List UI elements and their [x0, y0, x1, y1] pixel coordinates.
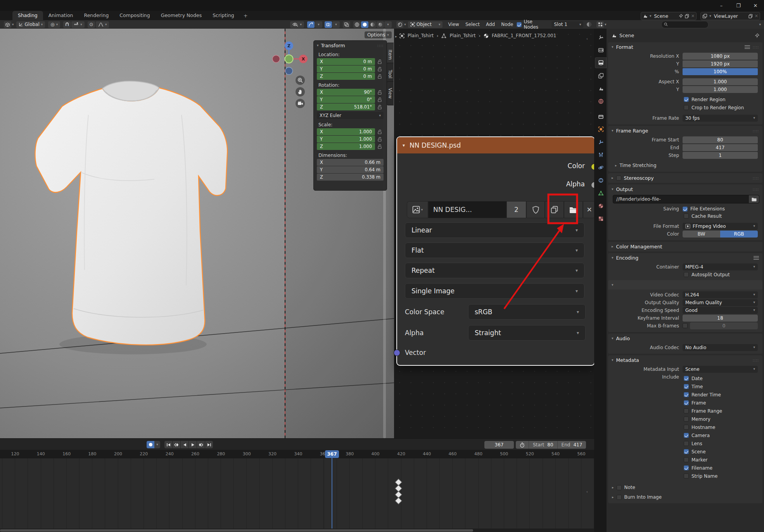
tab-texture[interactable] [595, 213, 607, 224]
metadata-checkbox[interactable] [684, 457, 689, 462]
use-preview-range-button[interactable] [516, 442, 529, 448]
crop-region-checkbox[interactable] [684, 105, 689, 110]
extension-dropdown[interactable]: Repeat ▾ [405, 263, 584, 278]
tab-output[interactable] [595, 57, 607, 68]
video-subpanel-header[interactable]: ▾ [608, 280, 762, 289]
lock-open-icon[interactable] [377, 105, 382, 110]
keying-dropdown[interactable]: ▾ [154, 441, 160, 448]
menu-view[interactable]: View [445, 22, 462, 27]
search-input[interactable] [661, 21, 709, 28]
image-browse-dropdown[interactable]: ▾ [407, 201, 428, 218]
collapse-chevron-icon[interactable]: ▾ [403, 143, 405, 148]
drag-grip-icon[interactable]: :::: [753, 188, 759, 191]
fake-user-button[interactable] [526, 201, 545, 218]
metadata-checkbox[interactable] [684, 384, 689, 389]
cache-result-checkbox[interactable] [684, 213, 689, 219]
collapse-chevron-icon[interactable]: ▾ [317, 44, 319, 47]
output-quality-dropdown[interactable]: Medium Quality▾ [683, 299, 758, 306]
shading-wireframe-button[interactable] [353, 21, 361, 28]
metadata-checkbox[interactable] [684, 465, 689, 470]
panel-format-header[interactable]: ▾ Format :::: [608, 42, 762, 52]
pin-icon[interactable] [679, 14, 683, 18]
tab-compositing[interactable]: Compositing [114, 11, 155, 20]
note-checkbox[interactable] [617, 485, 622, 490]
play-button[interactable] [189, 441, 197, 448]
play-reverse-button[interactable] [181, 441, 188, 448]
transform-field[interactable]: Z0 m [317, 73, 375, 80]
note-subpanel[interactable]: ▸ Note [608, 480, 762, 491]
keyframe-interval-field[interactable]: 18 [683, 315, 758, 322]
filter-dropdown[interactable]: ▾ [759, 23, 761, 26]
visibility-dropdown[interactable]: ▾ [290, 21, 304, 28]
tshirt-object[interactable] [26, 67, 228, 383]
zoom-button[interactable] [296, 76, 305, 85]
autosplit-checkbox[interactable] [684, 272, 689, 277]
use-nodes-checkbox[interactable] [517, 22, 522, 27]
presets-icon[interactable] [754, 256, 759, 260]
metadata-checkbox[interactable] [684, 376, 689, 381]
transform-field[interactable]: Z1.000 [317, 143, 375, 150]
current-frame-field[interactable]: 367 [484, 441, 514, 449]
next-keyframe-button[interactable] [197, 441, 205, 448]
gizmo-neg-z-axis[interactable] [285, 67, 293, 75]
encoding-speed-dropdown[interactable]: Good▾ [683, 307, 758, 314]
projection-dropdown[interactable]: Flat ▾ [405, 243, 584, 258]
tab-scripting[interactable]: Scripting [207, 11, 240, 20]
new-viewlayer-icon[interactable] [748, 14, 753, 18]
lock-open-icon[interactable] [377, 59, 382, 64]
tab-view-layer[interactable] [595, 70, 607, 81]
panel-audio-header[interactable]: ▾ Audio [608, 334, 762, 343]
tab-object[interactable] [595, 124, 607, 134]
metadata-checkbox[interactable] [684, 408, 689, 413]
timeline-editor[interactable]: ▾ 367 Start 80 End 417 [0, 438, 594, 532]
shader-type-dropdown[interactable]: Object ▾ [408, 21, 443, 28]
metadata-checkbox[interactable] [684, 441, 689, 446]
drag-grip-icon[interactable]: :::: [753, 129, 759, 133]
file-format-dropdown[interactable]: FFmpeg Video ▾ [683, 223, 758, 230]
slot-dropdown[interactable]: Slot 1 ▾ [551, 21, 583, 28]
node-header[interactable]: ▾ NN DESIGN.psd [397, 137, 594, 153]
options-button[interactable]: Options ▾ [365, 31, 392, 38]
tab-geometry-nodes[interactable]: Geometry Nodes [156, 11, 207, 20]
vector-input-socket[interactable] [394, 350, 400, 356]
dimension-field[interactable]: Y0.64 m [317, 166, 384, 173]
menu-node[interactable]: Node [498, 22, 516, 27]
transform-field[interactable]: X0 m [317, 58, 375, 65]
panel-encoding-header[interactable]: ▾ Encoding [608, 253, 762, 263]
shader-node-editor[interactable]: ▸ Plain_Tshirt › Plain_Tshirt › FABRIC_1… [394, 29, 594, 438]
close-button[interactable]: ✕ [747, 0, 764, 11]
tab-physics[interactable] [595, 162, 607, 173]
gizmos-dropdown[interactable]: ▾ [315, 21, 322, 28]
interpolation-dropdown[interactable]: Linear ▾ [405, 222, 584, 238]
alpha-mode-dropdown[interactable]: Straight ▾ [468, 325, 586, 341]
frame-end-field[interactable]: 417 [683, 144, 758, 151]
gizmo-neg-x-axis[interactable] [273, 55, 280, 63]
frame-rate-dropdown[interactable]: 30 fps▾ [683, 115, 758, 122]
drag-grip-icon[interactable]: :::: [753, 176, 759, 180]
rotation-mode-dropdown[interactable]: XYZ Euler ▾ [317, 112, 384, 119]
maximize-button[interactable]: ❐ [730, 0, 747, 11]
transform-field[interactable]: Y0° [317, 96, 375, 103]
camera-view-button[interactable] [296, 99, 305, 108]
new-scene-icon[interactable] [685, 14, 689, 18]
snap-toggle[interactable] [63, 21, 71, 28]
shading-rendered-button[interactable] [377, 21, 384, 28]
color-space-dropdown[interactable]: sRGB ▾ [468, 304, 586, 320]
pivot-point-dropdown[interactable]: ◎ ▾ [48, 21, 60, 28]
image-users-count[interactable]: 2 [506, 201, 526, 218]
burn-checkbox[interactable] [617, 495, 622, 500]
tab-tool[interactable] [595, 32, 607, 43]
prev-keyframe-button[interactable] [173, 441, 180, 448]
resolution-pct-slider[interactable]: 100% [683, 68, 758, 75]
drag-grip-icon[interactable]: :::: [753, 358, 759, 362]
video-codec-dropdown[interactable]: H.264▾ [683, 291, 758, 298]
pan-button[interactable] [296, 87, 305, 96]
source-dropdown[interactable]: Single Image ▾ [405, 283, 584, 299]
panel-stereoscopy-header[interactable]: ▸ Stereoscopy :::: [608, 173, 762, 183]
transform-field[interactable]: Y1.000 [317, 136, 375, 143]
resolution-y-field[interactable]: 1920 px [683, 60, 758, 67]
tab-rendering[interactable]: Rendering [79, 11, 114, 20]
playhead-line[interactable] [332, 458, 332, 532]
sidebar-expand-icon[interactable]: ‹ [586, 37, 588, 41]
scene-selector[interactable]: ▾ Scene ✕ [641, 12, 697, 20]
